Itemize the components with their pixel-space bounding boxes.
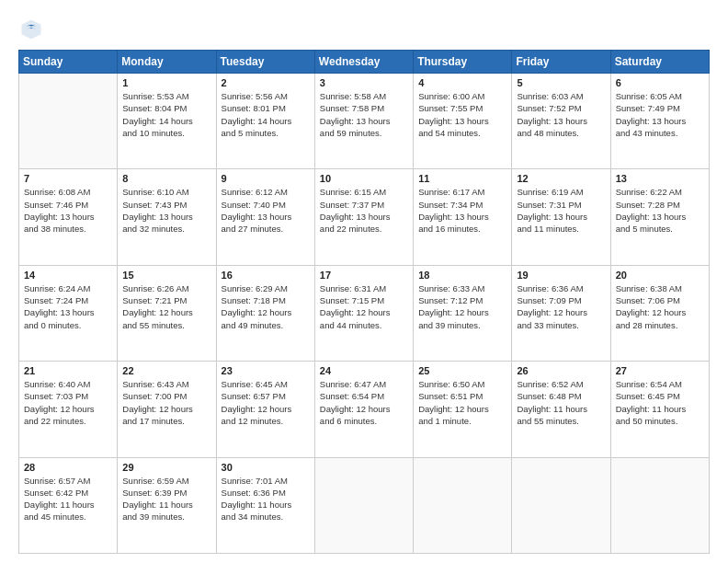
day-number: 27 (616, 365, 704, 376)
day-number: 22 (122, 365, 210, 376)
day-number: 4 (418, 77, 506, 88)
svg-marker-0 (22, 20, 41, 40)
day-info: Sunrise: 6:10 AM Sunset: 7:43 PM Dayligh… (122, 186, 210, 235)
calendar-table: SundayMondayTuesdayWednesdayThursdayFrid… (18, 50, 710, 554)
day-info: Sunrise: 6:00 AM Sunset: 7:55 PM Dayligh… (418, 90, 506, 139)
day-info: Sunrise: 6:03 AM Sunset: 7:52 PM Dayligh… (517, 90, 605, 139)
day-number: 3 (320, 77, 408, 88)
day-info: Sunrise: 7:01 AM Sunset: 6:36 PM Dayligh… (222, 475, 310, 523)
calendar-cell (19, 74, 118, 169)
day-info: Sunrise: 6:17 AM Sunset: 7:34 PM Dayligh… (418, 186, 506, 235)
calendar-cell: 23Sunrise: 6:45 AM Sunset: 6:57 PM Dayli… (216, 362, 314, 457)
day-info: Sunrise: 6:38 AM Sunset: 7:06 PM Dayligh… (616, 282, 704, 331)
calendar-cell: 5Sunrise: 6:03 AM Sunset: 7:52 PM Daylig… (512, 74, 610, 169)
calendar-cell: 13Sunrise: 6:22 AM Sunset: 7:28 PM Dayli… (610, 169, 709, 265)
day-number: 18 (418, 270, 506, 281)
calendar-cell: 4Sunrise: 6:00 AM Sunset: 7:55 PM Daylig… (414, 74, 512, 169)
calendar-cell: 7Sunrise: 6:08 AM Sunset: 7:46 PM Daylig… (19, 169, 118, 265)
day-number: 19 (517, 270, 605, 281)
week-row-3: 14Sunrise: 6:24 AM Sunset: 7:24 PM Dayli… (19, 265, 710, 361)
day-info: Sunrise: 6:43 AM Sunset: 7:00 PM Dayligh… (122, 378, 210, 427)
calendar-cell: 14Sunrise: 6:24 AM Sunset: 7:24 PM Dayli… (19, 265, 118, 361)
day-info: Sunrise: 6:05 AM Sunset: 7:49 PM Dayligh… (616, 90, 704, 139)
calendar-cell: 25Sunrise: 6:50 AM Sunset: 6:51 PM Dayli… (414, 362, 512, 457)
day-info: Sunrise: 6:33 AM Sunset: 7:12 PM Dayligh… (418, 282, 506, 331)
calendar-cell: 11Sunrise: 6:17 AM Sunset: 7:34 PM Dayli… (414, 169, 512, 265)
week-row-5: 28Sunrise: 6:57 AM Sunset: 6:42 PM Dayli… (19, 457, 710, 553)
day-number: 2 (222, 77, 310, 88)
calendar-cell: 27Sunrise: 6:54 AM Sunset: 6:45 PM Dayli… (610, 362, 709, 457)
day-info: Sunrise: 6:47 AM Sunset: 6:54 PM Dayligh… (320, 378, 408, 427)
page: SundayMondayTuesdayWednesdayThursdayFrid… (0, 0, 728, 563)
col-header-thursday: Thursday (414, 51, 512, 74)
calendar-cell: 30Sunrise: 7:01 AM Sunset: 6:36 PM Dayli… (216, 457, 314, 553)
day-number: 26 (517, 365, 605, 376)
day-number: 13 (616, 173, 704, 184)
day-info: Sunrise: 5:58 AM Sunset: 7:58 PM Dayligh… (320, 90, 408, 139)
week-row-1: 1Sunrise: 5:53 AM Sunset: 8:04 PM Daylig… (19, 74, 710, 169)
day-number: 11 (418, 173, 506, 184)
day-info: Sunrise: 6:08 AM Sunset: 7:46 PM Dayligh… (24, 186, 112, 235)
calendar-cell (512, 457, 610, 553)
header (18, 17, 710, 42)
col-header-monday: Monday (118, 51, 216, 74)
day-number: 1 (122, 77, 210, 88)
day-info: Sunrise: 5:53 AM Sunset: 8:04 PM Dayligh… (122, 90, 210, 139)
day-number: 8 (122, 173, 210, 184)
day-number: 7 (24, 173, 112, 184)
col-header-friday: Friday (512, 51, 610, 74)
calendar-cell: 28Sunrise: 6:57 AM Sunset: 6:42 PM Dayli… (19, 457, 118, 553)
day-number: 9 (222, 173, 310, 184)
calendar-cell (610, 457, 709, 553)
day-info: Sunrise: 6:22 AM Sunset: 7:28 PM Dayligh… (616, 186, 704, 235)
day-info: Sunrise: 6:59 AM Sunset: 6:39 PM Dayligh… (122, 475, 210, 523)
day-number: 15 (122, 270, 210, 281)
day-number: 30 (222, 462, 310, 473)
day-number: 28 (24, 462, 112, 473)
day-number: 25 (418, 365, 506, 376)
calendar-cell: 1Sunrise: 5:53 AM Sunset: 8:04 PM Daylig… (118, 74, 216, 169)
week-row-4: 21Sunrise: 6:40 AM Sunset: 7:03 PM Dayli… (19, 362, 710, 457)
day-number: 17 (320, 270, 408, 281)
calendar-cell: 3Sunrise: 5:58 AM Sunset: 7:58 PM Daylig… (314, 74, 413, 169)
calendar-cell: 16Sunrise: 6:29 AM Sunset: 7:18 PM Dayli… (216, 265, 314, 361)
calendar-cell: 15Sunrise: 6:26 AM Sunset: 7:21 PM Dayli… (118, 265, 216, 361)
col-header-sunday: Sunday (19, 51, 118, 74)
calendar-cell: 10Sunrise: 6:15 AM Sunset: 7:37 PM Dayli… (314, 169, 413, 265)
day-number: 6 (616, 77, 704, 88)
col-header-wednesday: Wednesday (314, 51, 413, 74)
calendar-cell: 29Sunrise: 6:59 AM Sunset: 6:39 PM Dayli… (118, 457, 216, 553)
calendar-cell: 18Sunrise: 6:33 AM Sunset: 7:12 PM Dayli… (414, 265, 512, 361)
day-info: Sunrise: 6:24 AM Sunset: 7:24 PM Dayligh… (24, 282, 112, 331)
day-number: 5 (517, 77, 605, 88)
day-info: Sunrise: 6:12 AM Sunset: 7:40 PM Dayligh… (222, 186, 310, 235)
calendar-cell: 21Sunrise: 6:40 AM Sunset: 7:03 PM Dayli… (19, 362, 118, 457)
calendar-cell (314, 457, 413, 553)
day-info: Sunrise: 6:50 AM Sunset: 6:51 PM Dayligh… (418, 378, 506, 427)
calendar-cell: 9Sunrise: 6:12 AM Sunset: 7:40 PM Daylig… (216, 169, 314, 265)
day-number: 20 (616, 270, 704, 281)
day-info: Sunrise: 6:36 AM Sunset: 7:09 PM Dayligh… (517, 282, 605, 331)
logo-icon (18, 17, 44, 42)
header-row: SundayMondayTuesdayWednesdayThursdayFrid… (19, 51, 710, 74)
day-info: Sunrise: 6:40 AM Sunset: 7:03 PM Dayligh… (24, 378, 112, 427)
day-info: Sunrise: 6:54 AM Sunset: 6:45 PM Dayligh… (616, 378, 704, 427)
calendar-cell: 20Sunrise: 6:38 AM Sunset: 7:06 PM Dayli… (610, 265, 709, 361)
day-info: Sunrise: 5:56 AM Sunset: 8:01 PM Dayligh… (222, 90, 310, 139)
logo (18, 17, 50, 42)
col-header-tuesday: Tuesday (216, 51, 314, 74)
day-info: Sunrise: 6:57 AM Sunset: 6:42 PM Dayligh… (24, 475, 112, 523)
day-info: Sunrise: 6:15 AM Sunset: 7:37 PM Dayligh… (320, 186, 408, 235)
day-info: Sunrise: 6:45 AM Sunset: 6:57 PM Dayligh… (222, 378, 310, 427)
day-number: 29 (122, 462, 210, 473)
day-info: Sunrise: 6:29 AM Sunset: 7:18 PM Dayligh… (222, 282, 310, 331)
calendar-cell: 26Sunrise: 6:52 AM Sunset: 6:48 PM Dayli… (512, 362, 610, 457)
calendar-cell: 2Sunrise: 5:56 AM Sunset: 8:01 PM Daylig… (216, 74, 314, 169)
calendar-cell: 24Sunrise: 6:47 AM Sunset: 6:54 PM Dayli… (314, 362, 413, 457)
day-number: 14 (24, 270, 112, 281)
day-number: 16 (222, 270, 310, 281)
calendar-cell: 19Sunrise: 6:36 AM Sunset: 7:09 PM Dayli… (512, 265, 610, 361)
day-info: Sunrise: 6:31 AM Sunset: 7:15 PM Dayligh… (320, 282, 408, 331)
calendar-cell: 8Sunrise: 6:10 AM Sunset: 7:43 PM Daylig… (118, 169, 216, 265)
calendar-cell: 12Sunrise: 6:19 AM Sunset: 7:31 PM Dayli… (512, 169, 610, 265)
